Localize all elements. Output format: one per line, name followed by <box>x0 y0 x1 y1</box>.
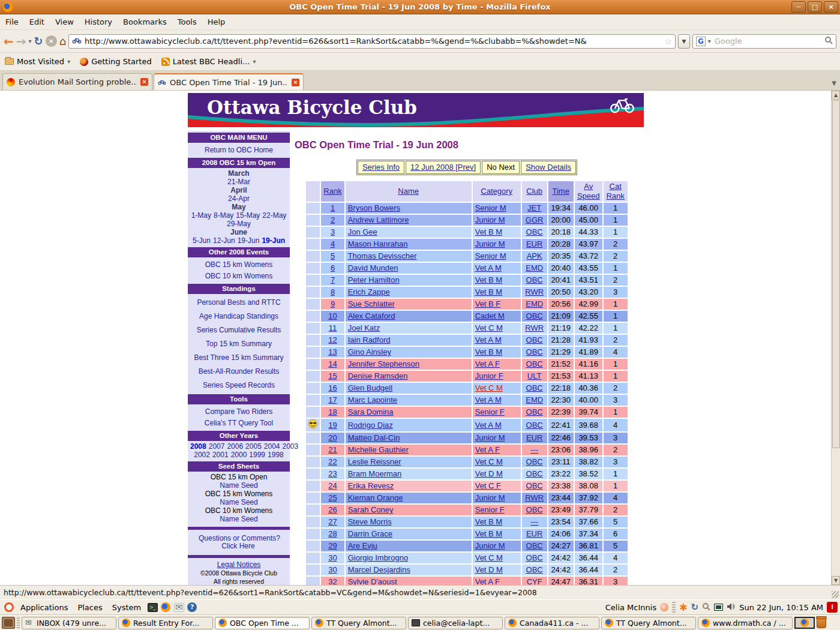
firefox-launcher-icon[interactable] <box>160 602 171 613</box>
cell-name-link[interactable]: Sara Domina <box>348 407 394 416</box>
menu-bookmarks[interactable]: Bookmarks <box>118 16 172 28</box>
cell-club-link[interactable]: OBC <box>526 227 543 236</box>
cell-name-link[interactable]: Matteo Dal-Cin <box>348 433 400 442</box>
scrollbar-thumb[interactable] <box>832 100 840 448</box>
cell-name-link[interactable]: Erika Revesz <box>348 481 394 490</box>
bookmark-item[interactable]: Latest BBC Headli...▾ <box>161 57 256 66</box>
cell-club-link[interactable]: APK <box>527 251 542 260</box>
tab-list-dropdown-icon[interactable]: ▼ <box>832 80 836 86</box>
stop-button[interactable]: × <box>46 35 57 47</box>
cell-club-link[interactable]: --- <box>530 445 538 454</box>
event-nav-link[interactable]: 12 Jun 2008 [Prev] <box>410 163 476 172</box>
cell-club-link[interactable]: OBC <box>526 335 543 344</box>
sort-link[interactable]: Rank <box>323 187 341 196</box>
window-titlebar[interactable]: OBC Open Time Trial - 19 Jun 2008 by Tim… <box>0 0 840 14</box>
sidebar-link[interactable]: Name Seed <box>220 498 257 506</box>
cell-category-link[interactable]: Junior M <box>475 239 505 248</box>
sidebar-link[interactable]: OBC 10 km Womens <box>205 272 272 280</box>
bookmark-star-icon[interactable]: ☆ <box>664 37 672 46</box>
sidebar-link[interactable]: Best Three 15 km Summary <box>194 353 283 362</box>
cell-category-link[interactable]: Vet B M <box>475 227 503 236</box>
ubuntu-logo-icon[interactable] <box>4 602 14 613</box>
sidebar-link[interactable]: 1999 <box>249 451 265 459</box>
trash-icon[interactable] <box>817 617 826 628</box>
cell-name-link[interactable]: Marcel Desjardins <box>348 565 410 574</box>
cell-rank-link[interactable]: 27 <box>328 517 337 526</box>
cell-category-link[interactable]: Vet C F <box>475 481 501 490</box>
cell-club-link[interactable]: ULT <box>527 371 542 380</box>
cell-category-link[interactable]: Vet A F <box>475 577 500 585</box>
show-desktop-button[interactable] <box>2 617 15 629</box>
sidebar-link[interactable]: 2007 <box>209 442 225 451</box>
cell-club-link[interactable]: OBC <box>526 505 543 514</box>
tab-active[interactable]: OBC Open Time Trial - 19 Jun...× <box>154 73 304 90</box>
sidebar-link[interactable]: Series Cumulative Results <box>197 326 281 334</box>
back-button[interactable]: ← <box>4 35 14 47</box>
minimize-button[interactable]: ─ <box>791 1 806 13</box>
menu-tools[interactable]: Tools <box>172 16 202 28</box>
cell-rank-link[interactable]: 1 <box>331 203 335 212</box>
cell-rank-link[interactable]: 16 <box>328 383 337 392</box>
cell-rank-link[interactable]: 4 <box>331 239 335 248</box>
cell-club-link[interactable]: OBC <box>526 421 543 430</box>
sort-link[interactable]: Category <box>481 187 512 196</box>
menu-help[interactable]: Help <box>202 16 231 28</box>
cell-club-link[interactable]: CYF <box>527 577 542 585</box>
cell-club-link[interactable]: OBC <box>526 275 543 284</box>
sidebar-link[interactable]: Questions or Comments? Click Here <box>199 534 280 550</box>
help-launcher-icon[interactable]: ? <box>187 602 197 613</box>
sidebar-link[interactable]: Compare Two Riders <box>205 407 273 416</box>
cell-category-link[interactable]: Junior M <box>475 215 505 224</box>
sort-link[interactable]: Time <box>552 187 569 196</box>
cell-category-link[interactable]: Vet C M <box>475 323 503 332</box>
sort-link[interactable]: Name <box>398 187 419 196</box>
cell-category-link[interactable]: Junior M <box>475 541 505 550</box>
cell-club-link[interactable]: RWR <box>525 287 544 296</box>
cell-name-link[interactable]: Steve Morris <box>348 517 392 526</box>
cell-category-link[interactable]: Senior M <box>475 251 506 260</box>
cell-category-link[interactable]: Cadet M <box>475 311 505 320</box>
cell-rank-link[interactable]: 2 <box>331 215 335 224</box>
cell-club-link[interactable]: OBC <box>526 553 543 562</box>
sidebar-link[interactable]: 8-May <box>214 211 233 220</box>
cell-category-link[interactable]: Senior F <box>475 505 505 514</box>
cell-name-link[interactable]: Bryson Bowers <box>348 203 400 212</box>
taskbar-window-button[interactable]: TT Query Almont... <box>311 617 406 629</box>
cell-name-link[interactable]: Leslie Reissner <box>348 457 401 466</box>
cell-category-link[interactable]: Vet D M <box>475 469 503 478</box>
cell-category-link[interactable]: Junior M <box>475 493 505 502</box>
cell-club-link[interactable]: GGR <box>526 215 544 224</box>
cell-rank-link[interactable]: 5 <box>331 251 335 260</box>
forward-button[interactable]: → <box>16 35 26 47</box>
cell-category-link[interactable]: Vet C M <box>475 383 503 392</box>
event-nav-button[interactable]: Show Details <box>521 161 576 174</box>
cell-name-link[interactable]: Andrew Lattimore <box>348 215 409 224</box>
menu-view[interactable]: View <box>50 16 79 28</box>
cell-rank-link[interactable]: 20 <box>328 433 337 442</box>
cell-club-link[interactable]: EMD <box>526 263 543 272</box>
menu-edit[interactable]: Edit <box>24 16 50 28</box>
resize-grip[interactable] <box>832 591 839 598</box>
cell-name-link[interactable]: Rodrigo Diaz <box>348 421 393 430</box>
cell-club-link[interactable]: EUR <box>526 239 542 248</box>
cell-club-link[interactable]: EUR <box>526 433 542 442</box>
cell-club-link[interactable]: OBC <box>526 347 543 356</box>
taskbar-window-button[interactable]: TT Query Almont... <box>601 617 696 629</box>
cell-name-link[interactable]: Sylvie D'aoust <box>348 577 397 585</box>
sidebar-link[interactable]: 2002 <box>194 451 210 459</box>
sidebar-link[interactable]: 2008 <box>190 442 206 451</box>
cell-rank-link[interactable]: 10 <box>328 311 337 320</box>
tab-close-icon[interactable]: × <box>140 78 148 86</box>
cell-club-link[interactable]: OBC <box>526 481 543 490</box>
cell-rank-link[interactable]: 24 <box>328 481 337 490</box>
magnifier-icon[interactable] <box>824 35 833 47</box>
cell-category-link[interactable]: Vet B M <box>475 347 503 356</box>
cell-club-link[interactable]: OBC <box>526 383 543 392</box>
cell-name-link[interactable]: Giorgio Imbrogno <box>348 553 408 562</box>
taskbar-window-button[interactable]: OBC Open Time ... <box>215 617 310 629</box>
volume-icon[interactable] <box>727 602 736 613</box>
cell-club-link[interactable]: OBC <box>526 457 543 466</box>
search-box[interactable]: G ▾ <box>692 34 836 49</box>
sidebar-link[interactable]: 22-May <box>262 211 286 220</box>
event-nav-button[interactable]: 12 Jun 2008 [Prev] <box>406 161 481 174</box>
